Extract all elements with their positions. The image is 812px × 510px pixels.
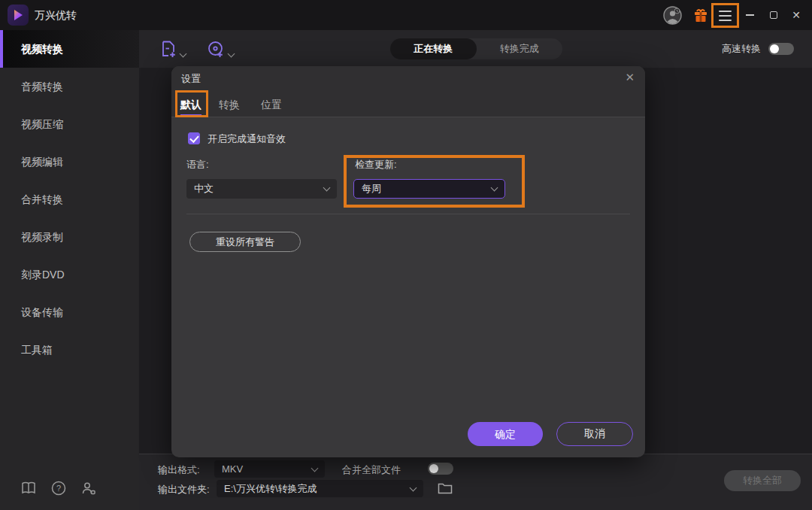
- chevron-down-icon: [410, 484, 417, 491]
- tab-converting[interactable]: 正在转换: [390, 38, 477, 59]
- app-logo-icon: [8, 5, 29, 26]
- sidebar-item-audio-convert[interactable]: 音频转换: [0, 68, 139, 105]
- sidebar-item-device-transfer[interactable]: 设备传输: [0, 293, 139, 331]
- chevron-down-icon: [311, 464, 319, 472]
- settings-tab-default[interactable]: 默认: [180, 96, 201, 116]
- output-format-select[interactable]: MKV: [214, 460, 325, 478]
- help-icon[interactable]: ?: [50, 480, 67, 496]
- toolbar: 正在转换 转换完成 高速转换: [139, 30, 812, 68]
- load-dvd-icon[interactable]: [207, 40, 226, 59]
- dialog-divider: [186, 214, 630, 214]
- sidebar-item-video-compress[interactable]: 视频压缩: [0, 105, 139, 143]
- settings-tab-convert[interactable]: 转换: [219, 96, 240, 116]
- chevron-down-icon: [323, 184, 331, 192]
- minimize-button[interactable]: [740, 0, 759, 30]
- ok-button[interactable]: 确定: [468, 422, 543, 446]
- hamburger-menu-button[interactable]: [713, 5, 737, 26]
- check-update-select[interactable]: 每周: [353, 179, 505, 199]
- account-avatar-icon[interactable]: [663, 6, 682, 25]
- reset-warnings-button[interactable]: 重设所有警告: [189, 232, 301, 252]
- cancel-button[interactable]: 取消: [556, 422, 633, 446]
- dialog-header: 设置 ✕ 默认 转换 位置: [171, 66, 645, 117]
- svg-text:?: ?: [56, 484, 61, 493]
- convert-all-button[interactable]: 转换全部: [724, 470, 801, 491]
- high-speed-toggle[interactable]: [768, 43, 794, 55]
- load-dvd-chevron-icon[interactable]: [229, 47, 234, 59]
- high-speed-label: 高速转换: [722, 30, 761, 68]
- sidebar-item-burn-dvd[interactable]: 刻录DVD: [0, 256, 139, 293]
- sidebar-item-toolbox[interactable]: 工具箱: [0, 331, 139, 369]
- tab-converted[interactable]: 转换完成: [477, 38, 563, 59]
- notify-sound-label: 开启完成通知音效: [208, 132, 286, 146]
- titlebar: 万兴优转 ✕: [0, 0, 812, 30]
- dialog-title: 设置: [181, 72, 201, 86]
- sidebar-item-video-convert[interactable]: 视频转换: [0, 30, 139, 68]
- guide-book-icon[interactable]: [20, 480, 37, 496]
- dialog-close-button[interactable]: ✕: [625, 71, 635, 84]
- gift-icon[interactable]: [692, 7, 709, 23]
- sidebar-item-video-edit[interactable]: 视频编辑: [0, 143, 139, 181]
- output-folder-select[interactable]: E:\万兴优转\转换完成: [217, 480, 423, 497]
- bottom-bar: 输出格式: MKV 合并全部文件 输出文件夹: E:\万兴优转\转换完成 转换全…: [139, 454, 812, 510]
- app-title: 万兴优转: [35, 0, 77, 30]
- add-file-chevron-icon[interactable]: [180, 47, 186, 59]
- notify-sound-checkbox[interactable]: [188, 132, 200, 144]
- merge-files-label: 合并全部文件: [342, 463, 401, 477]
- sidebar: 视频转换 音频转换 视频压缩 视频编辑 合并转换 视频录制 刻录DVD 设备传输…: [0, 30, 139, 510]
- sidebar-item-screen-record[interactable]: 视频录制: [0, 218, 139, 256]
- app-window: 万兴优转 ✕ 视频转换: [0, 0, 812, 510]
- settings-dialog: 设置 ✕ 默认 转换 位置 开启完成通知音效 语言: 中文 检查更新: 每周 重…: [171, 66, 645, 457]
- add-file-icon[interactable]: [159, 40, 178, 59]
- community-icon[interactable]: [80, 480, 97, 496]
- settings-tab-location[interactable]: 位置: [261, 96, 282, 116]
- language-select[interactable]: 中文: [186, 179, 337, 199]
- close-window-button[interactable]: ✕: [786, 0, 806, 30]
- chevron-down-icon: [491, 184, 498, 192]
- maximize-button[interactable]: [764, 0, 783, 30]
- output-folder-label: 输出文件夹:: [158, 483, 210, 496]
- open-folder-icon[interactable]: [438, 481, 453, 495]
- output-format-label: 输出格式:: [158, 463, 200, 477]
- language-label: 语言:: [186, 158, 209, 172]
- check-update-label: 检查更新:: [355, 158, 397, 172]
- sidebar-item-merge-convert[interactable]: 合并转换: [0, 181, 139, 218]
- convert-status-tabs: 正在转换 转换完成: [390, 38, 562, 59]
- merge-files-toggle[interactable]: [428, 463, 453, 475]
- sidebar-footer: ?: [0, 480, 139, 496]
